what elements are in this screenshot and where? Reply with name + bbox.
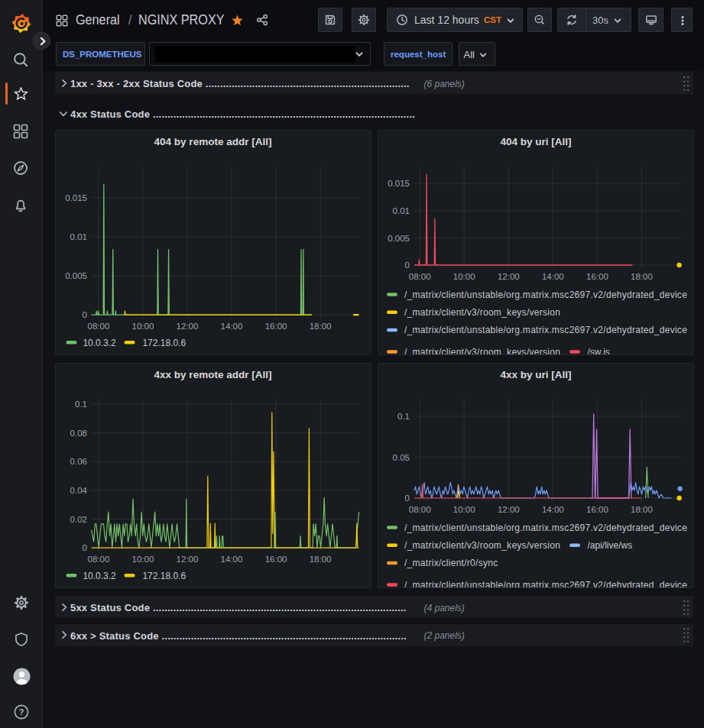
svg-text:12:00: 12:00 — [176, 322, 198, 331]
svg-text:16:00: 16:00 — [264, 555, 287, 564]
svg-text:0.1: 0.1 — [397, 412, 410, 421]
svg-text:0.05: 0.05 — [393, 452, 410, 461]
svg-text:10:00: 10:00 — [453, 272, 475, 281]
svg-text:14:00: 14:00 — [220, 322, 242, 331]
svg-text:08:00: 08:00 — [87, 322, 109, 331]
svg-text:/_matrix/client/unstable/org.m: /_matrix/client/unstable/org.matrix.msc2… — [404, 290, 687, 300]
svg-text:/_matrix/client/v3/room_keys/v: /_matrix/client/v3/room_keys/version — [404, 539, 560, 550]
svg-text:/_matrix/client/r0/sync: /_matrix/client/r0/sync — [404, 558, 498, 568]
svg-text:0.06: 0.06 — [70, 457, 86, 466]
svg-text:/_matrix/client/unstable/org.m: /_matrix/client/unstable/org.matrix.msc2… — [404, 522, 687, 532]
svg-text:0.08: 0.08 — [70, 428, 86, 437]
svg-text:/api/live/ws: /api/live/ws — [588, 539, 633, 550]
svg-text:0.01: 0.01 — [393, 206, 410, 215]
svg-text:0: 0 — [405, 260, 410, 270]
svg-text:0.1: 0.1 — [75, 400, 87, 409]
svg-text:10.0.3.2: 10.0.3.2 — [83, 338, 116, 348]
svg-text:172.18.0.6: 172.18.0.6 — [142, 338, 186, 348]
svg-text:?: ? — [19, 707, 24, 717]
svg-text:18:00: 18:00 — [631, 272, 653, 281]
svg-text:16:00: 16:00 — [586, 272, 608, 281]
svg-text:/_matrix/client/v3/room_keys/v: /_matrix/client/v3/room_keys/version — [404, 347, 560, 355]
svg-text:/_matrix/client/unstable/org.m: /_matrix/client/unstable/org.matrix.msc2… — [404, 579, 687, 587]
svg-text:08:00: 08:00 — [87, 555, 109, 564]
svg-text:0.005: 0.005 — [65, 271, 87, 280]
svg-text:08:00: 08:00 — [409, 504, 431, 513]
svg-text:10:00: 10:00 — [131, 555, 154, 564]
svg-text:0.015: 0.015 — [388, 179, 410, 188]
svg-text:10:00: 10:00 — [453, 504, 475, 513]
svg-text:172.18.0.6: 172.18.0.6 — [142, 570, 186, 581]
svg-text:12:00: 12:00 — [498, 504, 520, 513]
svg-text:0.005: 0.005 — [388, 234, 410, 243]
svg-text:18:00: 18:00 — [631, 504, 653, 513]
svg-text:18:00: 18:00 — [309, 322, 331, 331]
svg-text:16:00: 16:00 — [586, 504, 608, 513]
svg-text:08:00: 08:00 — [409, 272, 431, 281]
svg-text:0: 0 — [82, 543, 86, 552]
svg-text:10.0.3.2: 10.0.3.2 — [83, 570, 116, 581]
svg-text:0.01: 0.01 — [70, 232, 86, 241]
svg-text:0.04: 0.04 — [70, 486, 87, 495]
svg-text:14:00: 14:00 — [220, 555, 242, 564]
svg-text:0: 0 — [82, 310, 86, 319]
svg-text:10:00: 10:00 — [131, 322, 154, 331]
svg-text:18:00: 18:00 — [309, 555, 331, 564]
svg-text:/_matrix/client/v3/room_keys/v: /_matrix/client/v3/room_keys/version — [404, 307, 560, 318]
svg-text:0: 0 — [405, 493, 410, 503]
svg-text:12:00: 12:00 — [498, 272, 520, 281]
svg-text:14:00: 14:00 — [542, 272, 564, 281]
svg-text:0.02: 0.02 — [70, 514, 86, 523]
svg-text:/_matrix/client/unstable/org.m: /_matrix/client/unstable/org.matrix.msc2… — [404, 325, 687, 335]
svg-text:/sw.is: /sw.is — [588, 347, 610, 355]
svg-text:16:00: 16:00 — [264, 322, 287, 331]
svg-text:0.015: 0.015 — [65, 193, 87, 202]
svg-text:14:00: 14:00 — [542, 504, 564, 513]
svg-text:12:00: 12:00 — [176, 555, 198, 564]
